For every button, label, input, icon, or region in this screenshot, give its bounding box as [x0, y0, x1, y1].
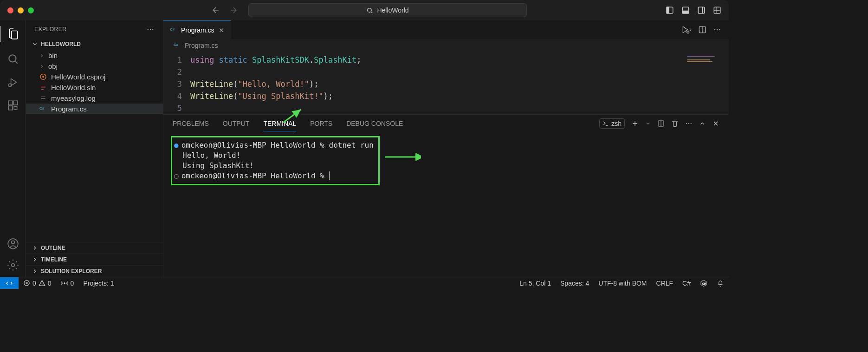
status-csharp-icon[interactable]: C# [695, 280, 712, 287]
tree-folder-bin[interactable]: bin [26, 50, 163, 61]
svg-rect-12 [14, 106, 17, 110]
maximize-panel-icon[interactable] [699, 120, 706, 127]
maximize-window[interactable] [28, 7, 34, 13]
settings-gear-icon[interactable] [7, 259, 19, 271]
titlebar: HelloWorld [0, 0, 729, 20]
chevron-right-icon [39, 63, 45, 70]
breadcrumb[interactable]: C# Program.cs [163, 39, 729, 52]
run-debug-button[interactable] [680, 25, 692, 34]
activity-bar [0, 20, 26, 277]
xml-file-icon [39, 73, 47, 81]
svg-point-14 [11, 241, 14, 244]
tree-file-sln[interactable]: HelloWorld.sln [26, 82, 163, 93]
status-language[interactable]: C# [678, 280, 695, 287]
chevron-right-icon [32, 256, 38, 263]
status-projects[interactable]: Projects: 1 [78, 280, 118, 287]
statusbar: 0 0 0 Projects: 1 Ln 5, Col 1 Spaces: 4 … [0, 277, 729, 289]
svg-line-32 [283, 110, 301, 123]
search-title: HelloWorld [377, 7, 408, 14]
status-problems[interactable]: 0 0 [19, 280, 56, 287]
svg-point-17 [150, 29, 151, 30]
svg-point-25 [717, 29, 718, 30]
explorer-icon[interactable] [0, 26, 25, 42]
tree-folder-obj[interactable]: obj [26, 61, 163, 72]
more-actions-icon[interactable] [713, 26, 721, 34]
panel: PROBLEMS OUTPUT TERMINAL PORTS DEBUG CON… [163, 114, 729, 277]
more-panel-icon[interactable] [685, 120, 693, 127]
svg-point-7 [9, 55, 16, 62]
terminal-dropdown-icon[interactable] [645, 121, 651, 126]
section-timeline[interactable]: TIMELINE [26, 254, 163, 265]
svg-point-29 [686, 123, 687, 124]
svg-point-19 [43, 76, 44, 78]
close-window[interactable] [7, 7, 13, 13]
nav-back-icon[interactable] [211, 6, 220, 15]
minimize-window[interactable] [18, 7, 24, 13]
section-outline[interactable]: OUTLINE [26, 242, 163, 254]
chevron-right-icon [32, 268, 38, 274]
more-icon[interactable] [146, 25, 155, 33]
remote-button[interactable] [0, 277, 19, 289]
layout-customize-icon[interactable] [713, 6, 721, 14]
tree-file-program[interactable]: C#Program.cs [26, 104, 163, 114]
terminal[interactable]: ●omckeon@Olivias-MBP HelloWorld % dotnet… [163, 132, 729, 189]
svg-point-24 [714, 29, 715, 30]
accounts-icon[interactable] [7, 238, 19, 250]
layout-panel-icon[interactable] [681, 6, 690, 14]
extensions-icon[interactable] [7, 99, 19, 111]
line-gutter: 1 2 3 4 5 [163, 54, 190, 114]
prompt-indicator-icon: ● [174, 141, 179, 150]
folder-root[interactable]: HELLOWORLD [26, 39, 163, 49]
command-center[interactable]: HelloWorld [248, 3, 527, 17]
svg-text:C#: C# [39, 106, 45, 111]
warning-icon [39, 280, 45, 287]
split-terminal-icon[interactable] [657, 120, 665, 127]
code-lines[interactable]: using static SplashKitSDK.SplashKit; Wri… [190, 54, 729, 114]
panel-tabs: PROBLEMS OUTPUT TERMINAL PORTS DEBUG CON… [163, 115, 729, 132]
tab-ports[interactable]: PORTS [310, 116, 332, 131]
code-editor[interactable]: 1 2 3 4 5 using static SplashKitSDK.Spla… [163, 52, 729, 114]
sidebar-title: EXPLORER [34, 26, 66, 33]
tab-debug-console[interactable]: DEBUG CONSOLE [346, 116, 403, 131]
tree-file-csproj[interactable]: HelloWorld.csproj [26, 72, 163, 82]
run-debug-icon[interactable] [7, 76, 19, 88]
svg-point-16 [148, 29, 149, 30]
chevron-down-icon [32, 41, 38, 47]
split-editor-icon[interactable] [698, 26, 706, 34]
layout-primary-icon[interactable] [666, 6, 674, 14]
status-ports[interactable]: 0 [56, 280, 79, 287]
tree-file-log[interactable]: myeasylog.log [26, 93, 163, 104]
log-file-icon [39, 95, 47, 102]
kill-terminal-icon[interactable] [671, 120, 679, 127]
close-panel-icon[interactable] [712, 120, 719, 127]
tab-program[interactable]: C# Program.cs [163, 20, 231, 39]
svg-point-30 [688, 123, 689, 124]
editor-group: C# Program.cs C# Program.cs 1 2 3 4 5 [163, 20, 729, 277]
status-eol[interactable]: CRLF [652, 280, 678, 287]
svg-point-22 [687, 31, 689, 33]
svg-point-15 [11, 264, 14, 267]
chevron-right-icon [32, 245, 38, 251]
tab-problems[interactable]: PROBLEMS [173, 116, 209, 131]
status-bell-icon[interactable] [712, 280, 729, 287]
svg-rect-11 [8, 106, 13, 110]
status-indent[interactable]: Spaces: 4 [556, 280, 594, 287]
status-encoding[interactable]: UTF-8 with BOM [594, 280, 651, 287]
editor-tabs: C# Program.cs [163, 20, 729, 39]
search-activity-icon[interactable] [7, 53, 19, 65]
sln-file-icon [39, 85, 47, 91]
terminal-profile-icon[interactable]: zsh [599, 118, 625, 129]
svg-rect-5 [698, 7, 705, 13]
minimap[interactable] [687, 56, 724, 70]
close-tab-icon[interactable] [218, 27, 225, 33]
tab-output[interactable]: OUTPUT [223, 116, 250, 131]
new-terminal-icon[interactable] [631, 120, 639, 127]
svg-point-26 [719, 29, 720, 30]
layout-secondary-icon[interactable] [697, 6, 706, 14]
status-cursor[interactable]: Ln 5, Col 1 [515, 280, 556, 287]
svg-rect-10 [13, 101, 18, 105]
section-solution-explorer[interactable]: SOLUTION EXPLORER [26, 265, 163, 277]
svg-point-18 [152, 29, 153, 30]
csharp-file-icon: C# [174, 42, 181, 49]
prompt-indicator-icon: ○ [174, 171, 179, 180]
